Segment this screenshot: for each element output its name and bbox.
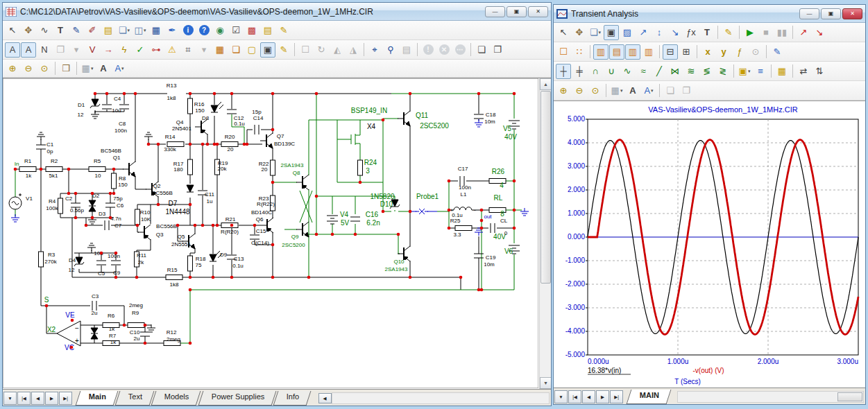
text-page-icon[interactable]: ▤ [260,23,275,38]
slope-mode-icon[interactable]: ╱ [652,64,667,79]
tab-power-supplies[interactable]: Power Supplies [198,391,276,406]
tab-nav-icon[interactable]: ▶ [596,390,609,403]
drop-arrow-icon[interactable]: ▾ [69,42,84,58]
tab-nav-icon[interactable]: |◀ [568,390,581,403]
bring-front-icon[interactable]: ❏ [474,42,489,58]
schematic-titlebar[interactable]: C:\MC12\DATA\Petrov\VAS-Vasiliev&OPS-dee… [3,3,551,21]
transient-plot[interactable]: VAS-Vasiliev&OPS-deemon_1W_1MHz.CIR5.000… [556,103,862,388]
scale-both-icon[interactable]: ↘ [667,25,683,40]
copy-grey-icon[interactable]: ❐ [53,42,68,58]
annotate-pen-icon[interactable]: ✒ [164,23,180,38]
pan-hand-icon[interactable]: ✥ [21,23,36,38]
peak-mode-icon[interactable]: ∩ [588,64,603,79]
notes-sheet-icon[interactable]: ▤ [399,42,414,58]
grid-arrow-icon[interactable]: ▾ [196,42,212,58]
node-voltages-icon[interactable]: V [85,42,100,58]
schematic-vertical-scrollbar[interactable]: ▲ ▼ [539,78,551,389]
text-mode-icon[interactable]: T [699,25,715,40]
cursor-track-icon[interactable]: ┼ [556,64,571,79]
enable-check-icon[interactable]: ☑ [228,23,244,38]
tab-nav-icon[interactable]: ▼ [554,390,568,403]
scale-x-icon[interactable]: ↗ [636,25,651,40]
tab-nav-icon[interactable]: ▶ [45,392,58,405]
close-button[interactable]: ✕ [528,6,548,17]
attr-text-toggle-icon[interactable]: A [5,42,20,58]
tab-nav-icon[interactable]: ◀ [31,392,44,405]
tab-main[interactable]: MAIN [627,390,672,404]
tab-nav-icon[interactable]: ▼ [3,392,17,405]
graph-window-icon[interactable]: ▨ [620,25,635,40]
select-region-icon[interactable]: ☐ [556,44,571,60]
bus-mode-icon[interactable]: ▤ [101,23,116,38]
tab-main[interactable]: Main [76,391,119,406]
attr-props-icon[interactable]: ✎ [276,42,291,58]
tab-models[interactable]: Models [151,391,201,406]
schematic-canvas[interactable]: −++−InR11kR25k1C10pR510R8150BC546BQ1V1R4… [3,78,538,388]
font-color-icon[interactable]: A▾ [641,83,656,98]
clipboard-icon[interactable]: ▣▾ [737,64,752,79]
warning-triangle-icon[interactable]: ⚠ [164,42,180,58]
more-grey-icon[interactable]: ⋯ [452,42,468,58]
scroll-up-icon[interactable]: ▲ [540,78,551,90]
link-icon-icon[interactable]: ◉ [212,23,228,38]
zoom-rect-icon[interactable]: ▣ [604,25,619,40]
edit-table-icon[interactable]: ✎ [769,44,785,60]
text-mode-icon[interactable]: T [53,23,68,38]
font-icon[interactable]: A [96,61,111,76]
send-back-icon[interactable]: ❐ [679,83,694,98]
zoom-in-icon[interactable]: ⊕ [556,83,571,98]
stop-grey-icon[interactable]: ✕ [436,42,452,58]
flowchart-picker-icon[interactable]: ◫▾ [133,23,148,38]
restore-button[interactable]: ▣ [821,8,841,19]
mirror-y-icon[interactable]: ◮ [346,42,361,58]
select-cursor-icon[interactable]: ↖ [556,25,571,40]
run-button-icon[interactable]: ▶ [742,25,758,40]
shape-picker-icon[interactable]: ❏▾ [117,23,132,38]
fx-scale-icon[interactable]: ƒx [683,25,699,40]
title-block-icon[interactable]: ❏ [228,42,244,58]
tab-nav-icon[interactable]: |◀ [17,392,31,405]
align-cursors-x-icon[interactable]: ⇄ [796,64,811,79]
horizontal-cursor-icon[interactable]: ⊟ [663,44,678,60]
panel-stripes-3-icon[interactable]: ▥ [625,44,640,60]
send-back-icon[interactable]: ❐ [490,42,505,58]
tab-info[interactable]: Info [273,391,312,406]
zoom-out-icon[interactable]: ⊖ [21,61,36,76]
page-outline-icon[interactable]: ▢ [244,42,259,58]
zoom-scale-icon[interactable]: ⊙ [588,83,603,98]
wave-mode-icon[interactable]: ≋ [683,64,699,79]
close-button[interactable]: ✕ [842,8,862,19]
bottom-mode-icon[interactable]: ≷ [715,64,731,79]
minimize-button[interactable]: — [799,8,819,19]
zoom-out-icon[interactable]: ⊖ [572,83,587,98]
polygon-mode-icon[interactable]: ✐ [85,23,100,38]
select-box-icon[interactable]: ☐ [298,42,313,58]
shape-picker-icon[interactable]: ❏▾ [588,25,603,40]
rotate-icon[interactable]: ↻ [314,42,329,58]
current-arrows-icon[interactable]: → [101,42,116,58]
negative-slope-icon[interactable]: ↘ [812,25,827,40]
zoom-in-icon[interactable]: ⊕ [5,61,20,76]
tracker-cursor-icon[interactable]: ⊞ [679,44,694,60]
high-mode-icon[interactable]: ∿ [620,64,635,79]
help-icon-icon[interactable]: ? [196,23,212,38]
border-toggle-icon[interactable]: ▦ [212,42,228,58]
font-color-icon[interactable]: A▾ [112,61,127,76]
disable-sheet-icon[interactable]: ▩ [244,23,259,38]
tab-nav-icon[interactable]: ▶| [610,390,623,403]
zoom-scale-icon[interactable]: ⊙ [37,61,52,76]
line-mode-icon[interactable]: ✎ [69,23,84,38]
data-points-icon[interactable]: ∷ [572,44,587,60]
panel-stripes-1-icon[interactable]: ▥ [593,44,609,60]
stop-button-icon[interactable]: ■ [758,25,774,40]
watch-window-icon[interactable]: ▦ [774,64,790,79]
analysis-horizontal-scrollbar[interactable] [677,391,864,403]
scroll-down-icon[interactable]: ▼ [540,377,551,389]
condition-check-icon[interactable]: ✓ [133,42,148,58]
spreadsheet-icon[interactable]: ▦ [148,23,164,38]
properties-icon[interactable]: ✎ [721,25,736,40]
analysis-titlebar[interactable]: Transient Analysis — ▣ ✕ [554,5,865,23]
pan-hand-icon[interactable]: ✥ [572,25,587,40]
region-edit-icon[interactable]: ✎ [276,23,291,38]
scrollbar-thumb[interactable] [541,91,551,284]
